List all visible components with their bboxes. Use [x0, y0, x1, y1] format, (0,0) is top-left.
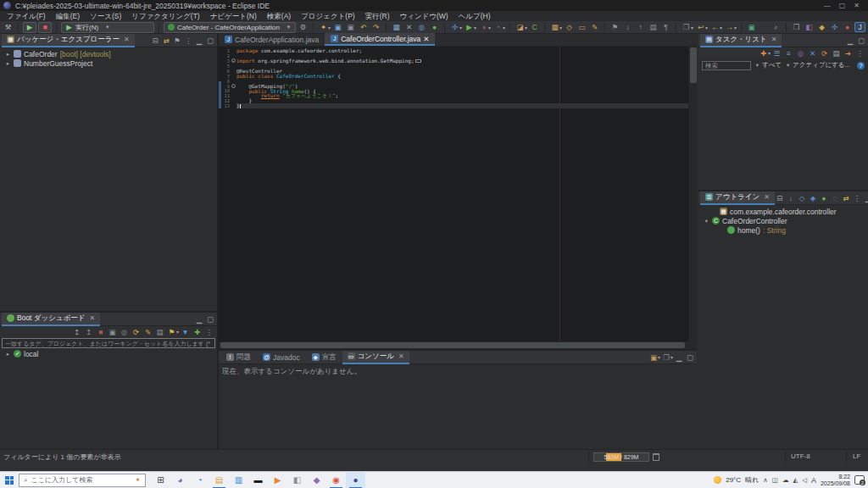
tag-dropdown-icon[interactable]: ▾: [176, 329, 179, 335]
terminal-icon[interactable]: ▬: [248, 472, 268, 488]
tab-task-list[interactable]: ▤ タスク・リスト ✕: [700, 34, 782, 47]
collapsed-region-icon[interactable]: [415, 59, 421, 63]
back-button[interactable]: ←▾: [709, 22, 722, 32]
debug-button[interactable]: ✣▾: [449, 22, 462, 32]
copilot-icon[interactable]: ◕: [170, 472, 190, 488]
onedrive-icon[interactable]: ◫: [772, 476, 778, 484]
hide-completed-icon[interactable]: ✕: [807, 48, 818, 58]
menu-item[interactable]: ナビゲート(N): [205, 11, 262, 21]
menu-item[interactable]: ファイル(F): [2, 11, 51, 21]
prev-annotation-icon[interactable]: ↑: [635, 22, 646, 32]
link-with-editor-icon[interactable]: ⇄: [841, 193, 851, 203]
file-explorer-icon[interactable]: ▤: [209, 472, 229, 488]
hide-fields-icon[interactable]: ◇: [797, 193, 807, 203]
close-icon[interactable]: ✕: [771, 36, 777, 43]
synchronize-icon[interactable]: ⟳: [819, 48, 830, 58]
open-resource-icon[interactable]: ▭: [576, 22, 587, 32]
launch-config-combo[interactable]: CafeOrder - CafeOrderApplication▼: [164, 22, 296, 33]
filter-icon[interactable]: ▼: [180, 327, 191, 337]
copilot-sparkle-icon[interactable]: ✦: [135, 476, 141, 484]
collapse-all-icon[interactable]: ⊟: [150, 36, 160, 46]
tab-outline[interactable]: ☰ アウトライン ✕: [700, 191, 775, 205]
clear-icon[interactable]: ✕: [403, 22, 415, 32]
menu-item[interactable]: 検索(A): [262, 11, 296, 21]
chevron-icon[interactable]: ▸: [5, 351, 11, 358]
refresh-icon[interactable]: ⟳: [131, 327, 142, 337]
focus-workweek-icon[interactable]: ◎: [795, 48, 806, 58]
filters-icon[interactable]: ⚑: [172, 36, 182, 46]
open-perspective-icon[interactable]: ❒: [791, 22, 802, 32]
mark-occurrences-icon[interactable]: ⚑: [609, 22, 620, 32]
close-icon[interactable]: ✕: [764, 193, 770, 201]
open-editor-dropdown-icon[interactable]: ▾: [691, 25, 693, 30]
back-dropdown-icon[interactable]: ▾: [720, 25, 722, 30]
hide-static-icon[interactable]: ◈: [808, 193, 818, 203]
menu-item[interactable]: 実行(R): [360, 11, 395, 21]
start-debug-icon[interactable]: ↥: [83, 327, 94, 337]
eclipse-icon[interactable]: ●: [346, 472, 365, 488]
git-perspective-icon[interactable]: ◆: [816, 22, 827, 32]
toggle-mark-icon[interactable]: ▦: [391, 22, 402, 32]
open-console-button[interactable]: ▣▾: [648, 352, 660, 363]
edit-icon[interactable]: ✎: [589, 22, 600, 32]
undo-icon[interactable]: ↶: [358, 22, 369, 32]
coverage-dropdown-icon[interactable]: ▾: [488, 25, 491, 30]
view-menu-icon[interactable]: ⋮: [854, 48, 865, 58]
maximize-icon[interactable]: ▢: [856, 36, 866, 46]
maximize-icon[interactable]: ▢: [685, 352, 695, 363]
screenshot-icon[interactable]: ▣: [746, 22, 757, 32]
minimize-icon[interactable]: ▁: [194, 314, 204, 324]
new-task-button[interactable]: ✚▾: [758, 48, 771, 58]
task-search-input[interactable]: [702, 61, 751, 70]
open-console-dropdown-icon[interactable]: ▾: [658, 354, 660, 360]
open-console-icon[interactable]: ▣: [107, 327, 118, 337]
settings-gear-icon[interactable]: ⚙: [298, 22, 309, 32]
menu-item[interactable]: 編集(E): [51, 11, 85, 21]
minimize-icon[interactable]: ▁: [845, 36, 855, 46]
garbage-collect-icon[interactable]: [653, 453, 659, 461]
new-java-project-dropdown-icon[interactable]: ▾: [525, 25, 527, 30]
properties-icon[interactable]: ▤: [154, 327, 165, 337]
new-package-dropdown-icon[interactable]: ▾: [559, 25, 562, 30]
start-button[interactable]: [0, 472, 19, 488]
photos-icon[interactable]: ◧: [287, 472, 307, 488]
taskbar-clock[interactable]: 8:22 2025/09/08: [821, 474, 850, 486]
start-icon[interactable]: ↥: [71, 327, 82, 337]
scrollbar-thumb[interactable]: [220, 342, 685, 348]
maximize-icon[interactable]: ▢: [205, 314, 215, 324]
chevron-icon[interactable]: ▸: [5, 60, 11, 67]
last-edit-location-dropdown-icon[interactable]: ▾: [705, 25, 708, 30]
run-as-dropdown-icon[interactable]: ▾: [474, 25, 476, 30]
notification-center-icon[interactable]: 2: [854, 475, 865, 485]
view-menu-icon[interactable]: ⋮: [203, 327, 214, 337]
media-player-icon[interactable]: ▶: [268, 472, 287, 488]
cloud-icon[interactable]: ☁: [782, 476, 789, 484]
task-view-icon[interactable]: ⊞: [151, 472, 170, 488]
task-filter-all[interactable]: ▾すべて: [754, 61, 782, 69]
help-icon[interactable]: ?: [857, 62, 865, 69]
tab-boot-dashboard[interactable]: Boot ダッシュボード ✕: [2, 313, 100, 326]
tree-item[interactable]: ▸CafeOrder [boot] [devtools]: [0, 49, 217, 58]
open-editor-button[interactable]: ❐▾: [681, 22, 693, 32]
minimize-button[interactable]: —: [824, 1, 831, 11]
maximize-button[interactable]: ▢: [839, 1, 846, 11]
console-tab-問題[interactable]: !問題: [220, 351, 257, 363]
run-icon[interactable]: ▶: [23, 22, 36, 33]
edit-icon[interactable]: ✎: [142, 327, 153, 337]
edge-icon[interactable]: ◔: [190, 472, 209, 488]
new-wizard-button[interactable]: ✦▾: [318, 22, 331, 32]
coverage-button[interactable]: ◑▾: [478, 22, 491, 32]
scheduled-icon[interactable]: ≡: [783, 48, 794, 58]
new-class-icon[interactable]: C: [529, 22, 540, 32]
documentation-icon[interactable]: ▤: [831, 48, 842, 58]
hidden-icons-icon[interactable]: ∧: [763, 476, 768, 484]
menu-item[interactable]: ソース(S): [85, 11, 126, 21]
stop-icon[interactable]: ■: [95, 327, 106, 337]
profile-button[interactable]: ◔▾: [492, 22, 505, 32]
collapse-fold-icon[interactable]: -: [231, 84, 236, 88]
run-as-button[interactable]: ▶▾: [464, 22, 476, 32]
weather-sun-icon[interactable]: [714, 476, 721, 484]
volume-icon[interactable]: ◁: [802, 476, 807, 484]
open-type-icon[interactable]: ◇: [564, 22, 575, 32]
debug-dropdown-icon[interactable]: ▾: [459, 25, 462, 30]
